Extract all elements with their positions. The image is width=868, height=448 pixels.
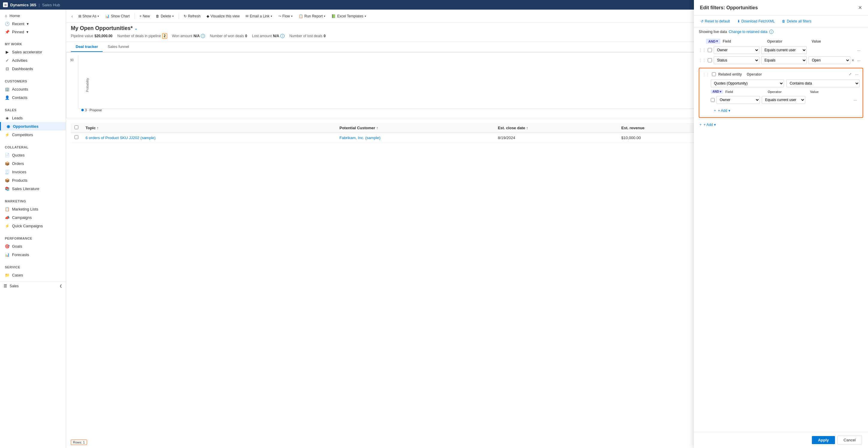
email-icon: ✉ — [246, 14, 249, 18]
sidebar-item-opportunities[interactable]: ◉ Opportunities — [0, 122, 66, 131]
sidebar-bottom: ☰ Sales ❮ — [0, 282, 66, 290]
filter-checkbox-1[interactable] — [708, 48, 712, 52]
delete-all-filters-button[interactable]: 🗑 Delete all filters — [780, 18, 813, 25]
refresh-button[interactable]: ↻ Refresh — [181, 13, 203, 20]
reset-default-button[interactable]: ↺ Reset to default — [699, 18, 732, 25]
filter-value-2-select[interactable]: Open — [809, 56, 850, 64]
sub-filter-operator-select[interactable]: Equals current user — [762, 96, 805, 104]
row-est-close-date-cell: 8/19/2024 — [494, 133, 618, 143]
filter-field-2-select[interactable]: Status — [714, 56, 760, 64]
download-fetchxml-button[interactable]: ⬇ Download FetchXML — [735, 18, 776, 25]
sidebar-item-activities[interactable]: ✓ Activities — [0, 56, 66, 65]
sidebar-item-cases[interactable]: 📁 Cases — [0, 271, 66, 279]
filter-value-close-2[interactable]: ✕ — [851, 59, 854, 62]
edit-title-icon[interactable]: ⌄ — [134, 26, 137, 31]
add-filter-button[interactable]: ＋ + Add ▾ — [699, 120, 716, 129]
th-potential-customer-label: Potential Customer ↑ — [339, 126, 378, 130]
sidebar-item-forecasts[interactable]: 📊 Forecasts — [0, 250, 66, 259]
sidebar-item-competitors[interactable]: ⚡ Competitors — [0, 131, 66, 139]
filter-field-1-select[interactable]: Owner — [714, 46, 760, 54]
won-amount-info-icon[interactable]: i — [201, 34, 205, 38]
back-button[interactable]: ‹ — [70, 12, 75, 20]
visualize-button[interactable]: ◆ Visualize this view — [204, 13, 242, 20]
sidebar-collapse-icon[interactable]: ❮ — [59, 284, 62, 288]
tab-deal-tracker[interactable]: Deal tracker — [71, 42, 103, 52]
live-data-text: Showing live data — [699, 30, 727, 34]
row-est-revenue: $10,000.00 — [621, 136, 641, 140]
sidebar-item-products[interactable]: 📦 Products — [0, 176, 66, 184]
sidebar-item-sales-literature[interactable]: 📚 Sales Literature — [0, 184, 66, 193]
leads-icon: ◈ — [5, 115, 10, 120]
row-potential-customer-link[interactable]: Fabrikam, Inc. (sample) — [339, 136, 380, 140]
excel-templates-chevron: ▾ — [365, 15, 366, 18]
run-report-button[interactable]: 📋 Run Report ▾ — [296, 13, 328, 20]
new-button[interactable]: + New — [137, 13, 152, 20]
cancel-button[interactable]: Cancel — [837, 436, 862, 444]
app-name: Dynamics 365 — [10, 3, 36, 7]
lost-amount-info-icon[interactable]: i — [280, 34, 284, 38]
related-entity-drag[interactable]: ⋮⋮ — [702, 72, 710, 76]
live-data-info-icon[interactable]: i — [769, 30, 773, 34]
sidebar-item-contacts[interactable]: 👤 Contacts — [0, 93, 66, 102]
section-title-service: Service — [0, 264, 66, 271]
filter-drag-2[interactable]: ⋮⋮ — [699, 58, 706, 62]
related-entity-operator-select[interactable]: Contains data — [786, 79, 860, 87]
flow-button[interactable]: ⤳ Flow ▾ — [276, 13, 295, 20]
sub-filter-field-select[interactable]: Owner — [716, 96, 760, 104]
delete-button[interactable]: 🗑 Delete ▾ — [153, 13, 176, 20]
show-as-button[interactable]: ⊞ Show As ▾ — [76, 13, 102, 20]
related-entity-label: Related entity — [718, 72, 742, 76]
sub-filter-checkbox[interactable] — [711, 98, 715, 102]
sub-add-button[interactable]: ＋ + Add ▾ — [702, 107, 733, 114]
sidebar-item-goals[interactable]: 🎯 Goals — [0, 242, 66, 250]
related-entity-more[interactable]: ··· — [854, 71, 860, 77]
sidebar-item-marketing-lists[interactable]: 📋 Marketing Lists — [0, 205, 66, 213]
th-topic[interactable]: Topic ↑ — [82, 123, 336, 133]
overlay-title: Edit filters: Opportunities — [700, 10, 758, 10]
related-entity-select[interactable]: Quotes (Opportunity) — [711, 79, 784, 87]
filter-checkbox-2[interactable] — [708, 58, 712, 62]
add-filter-icon: ＋ — [699, 122, 702, 127]
tab-sales-funnel[interactable]: Sales funnel — [103, 42, 134, 52]
sidebar-item-leads[interactable]: ◈ Leads — [0, 114, 66, 122]
excel-templates-button[interactable]: 📗 Excel Templates ▾ — [329, 13, 368, 20]
sidebar-item-sales-accelerator[interactable]: ▶ Sales accelerator — [0, 48, 66, 56]
expand-icon[interactable]: ⤢ — [849, 72, 851, 76]
apply-button[interactable]: Apply — [812, 436, 835, 444]
sidebar-item-accounts[interactable]: 🏢 Accounts — [0, 85, 66, 93]
sidebar-item-campaigns[interactable]: 📣 Campaigns — [0, 213, 66, 221]
sidebar-item-quotes[interactable]: 📄 Quotes — [0, 151, 66, 159]
th-est-close-date[interactable]: Est. close date ↑ — [494, 123, 618, 133]
sub-filter-more[interactable]: ··· — [852, 97, 860, 103]
change-to-retained-link[interactable]: Change to retained data — [729, 30, 768, 34]
sidebar-item-pinned[interactable]: 📌 Pinned ▾ — [5, 28, 61, 36]
related-entity-checkbox[interactable] — [712, 72, 716, 76]
sidebar-label-forecasts: Forecasts — [12, 252, 29, 257]
sub-col-operator: Operator — [768, 90, 808, 94]
show-as-label: Show As — [83, 14, 97, 18]
add-filter-label: + Add — [704, 123, 713, 127]
sidebar-item-home[interactable]: ⌂ Home — [5, 12, 61, 20]
show-chart-button[interactable]: 📊 Show Chart — [103, 13, 132, 20]
filter-operator-2-select[interactable]: Equals — [761, 56, 807, 64]
accounts-icon: 🏢 — [5, 87, 10, 92]
grid-icon: ⊞ — [4, 3, 7, 7]
sidebar-item-orders[interactable]: 📦 Orders — [0, 159, 66, 168]
sidebar-item-quick-campaigns[interactable]: ⚡ Quick Campaigns — [0, 221, 66, 230]
th-potential-customer[interactable]: Potential Customer ↑ — [336, 123, 494, 133]
filter-more-2[interactable]: ··· — [856, 58, 863, 63]
filter-drag-1[interactable]: ⋮⋮ — [699, 48, 706, 52]
select-all-checkbox[interactable] — [74, 125, 78, 129]
filter-more-1[interactable]: ··· — [856, 47, 863, 53]
row-checkbox[interactable] — [74, 135, 78, 139]
nav-menu-icon[interactable]: ☰ — [4, 284, 7, 288]
email-link-button[interactable]: ✉ Email a Link ▾ — [243, 13, 274, 20]
sidebar-item-dashboards[interactable]: ⊡ Dashboards — [0, 65, 66, 73]
and-badge[interactable]: AND ▾ — [706, 39, 720, 44]
sidebar-item-invoices[interactable]: 🧾 Invoices — [0, 168, 66, 176]
close-button[interactable]: ✕ — [858, 10, 862, 10]
sub-and-badge[interactable]: AND ▾ — [711, 90, 723, 94]
filter-operator-1-select[interactable]: Equals current user — [761, 46, 807, 54]
row-topic-link[interactable]: 6 orders of Product SKU JJ202 (sample) — [86, 136, 155, 140]
sidebar-item-recent[interactable]: 🕐 Recent ▾ — [5, 20, 61, 28]
